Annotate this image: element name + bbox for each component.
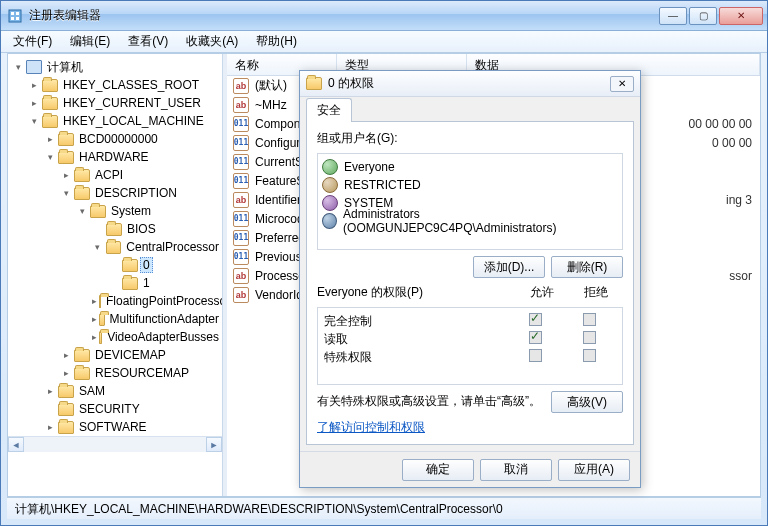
folder-icon	[122, 277, 138, 290]
add-button[interactable]: 添加(D)...	[473, 256, 545, 278]
tree-sam[interactable]: ▸SAM	[44, 382, 222, 400]
folder-icon	[74, 349, 90, 362]
deny-checkbox[interactable]	[583, 349, 596, 362]
deny-checkbox[interactable]	[583, 331, 596, 344]
allow-checkbox[interactable]	[529, 331, 542, 344]
tree-resourcemap[interactable]: ▸RESOURCEMAP	[60, 364, 222, 382]
tree-system[interactable]: ▾System	[76, 202, 222, 220]
user-row[interactable]: Everyone	[322, 158, 618, 176]
folder-icon	[58, 403, 74, 416]
tree-description[interactable]: ▾DESCRIPTION	[60, 184, 222, 202]
advanced-button[interactable]: 高级(V)	[551, 391, 623, 413]
tree-security[interactable]: SECURITY	[44, 400, 222, 418]
user-name: RESTRICTED	[344, 178, 421, 192]
tree-multifunction[interactable]: ▸MultifunctionAdapter	[92, 310, 222, 328]
user-icon	[322, 159, 338, 175]
computer-icon	[26, 60, 42, 74]
tree-hkcu[interactable]: ▸HKEY_CURRENT_USER	[28, 94, 222, 112]
user-icon	[322, 177, 338, 193]
ok-button[interactable]: 确定	[402, 459, 474, 481]
folder-icon	[122, 259, 138, 272]
tree-centralprocessor[interactable]: ▾CentralProcessor	[92, 238, 222, 256]
menu-edit[interactable]: 编辑(E)	[62, 31, 118, 52]
user-list[interactable]: EveryoneRESTRICTEDSYSTEMAdministrators (…	[317, 153, 623, 250]
close-button[interactable]: ✕	[719, 7, 763, 25]
group-users-label: 组或用户名(G):	[317, 130, 623, 147]
svg-rect-2	[16, 12, 19, 15]
advanced-hint: 有关特殊权限或高级设置，请单击“高级”。	[317, 394, 543, 410]
apply-button[interactable]: 应用(A)	[558, 459, 630, 481]
dialog-close-button[interactable]: ✕	[610, 76, 634, 92]
user-icon	[322, 213, 337, 229]
binary-value-icon: 011	[233, 230, 249, 246]
learn-link[interactable]: 了解访问控制和权限	[317, 420, 425, 434]
value-data: ssor	[729, 269, 760, 283]
folder-icon	[106, 241, 122, 254]
permissions-dialog: 0 的权限 ✕ 安全 组或用户名(G): EveryoneRESTRICTEDS…	[299, 70, 641, 488]
tree-root[interactable]: ▾计算机	[12, 58, 222, 76]
value-data: ing 3	[726, 193, 760, 207]
tree-pane[interactable]: ▾计算机 ▸HKEY_CLASSES_ROOT ▸HKEY_CURRENT_US…	[8, 54, 223, 496]
folder-icon	[74, 187, 90, 200]
user-name: Everyone	[344, 160, 395, 174]
folder-icon	[74, 169, 90, 182]
folder-icon	[58, 133, 74, 146]
tree-floatingpoint[interactable]: ▸FloatingPointProcessor	[92, 292, 222, 310]
string-value-icon: ab	[233, 268, 249, 284]
allow-checkbox[interactable]	[529, 313, 542, 326]
menu-favorites[interactable]: 收藏夹(A)	[178, 31, 246, 52]
tree-hscrollbar[interactable]: ◄►	[8, 436, 222, 452]
binary-value-icon: 011	[233, 154, 249, 170]
user-row[interactable]: RESTRICTED	[322, 176, 618, 194]
string-value-icon: ab	[233, 192, 249, 208]
tree-acpi[interactable]: ▸ACPI	[60, 166, 222, 184]
maximize-button[interactable]: ▢	[689, 7, 717, 25]
value-data: 0 00 00	[712, 136, 760, 150]
deny-header: 拒绝	[569, 284, 623, 301]
binary-value-icon: 011	[233, 211, 249, 227]
tree-software[interactable]: ▸SOFTWARE	[44, 418, 222, 436]
folder-icon	[99, 295, 101, 308]
menu-file[interactable]: 文件(F)	[5, 31, 60, 52]
menu-view[interactable]: 查看(V)	[120, 31, 176, 52]
menu-help[interactable]: 帮助(H)	[248, 31, 305, 52]
tab-page: 组或用户名(G): EveryoneRESTRICTEDSYSTEMAdmini…	[306, 121, 634, 445]
user-row[interactable]: Administrators (OOMGUNJEPC9C4PQ\Administ…	[322, 212, 618, 230]
titlebar[interactable]: 注册表编辑器 — ▢ ✕	[1, 1, 767, 31]
dialog-titlebar[interactable]: 0 的权限 ✕	[300, 71, 640, 97]
permission-row: 特殊权限	[324, 348, 616, 366]
value-data: 00 00 00 00	[689, 117, 760, 131]
tree-bcd[interactable]: ▸BCD00000000	[44, 130, 222, 148]
dialog-title: 0 的权限	[328, 75, 610, 92]
value-list-pane: 名称 类型 数据 ab(默认)ab~MHz011Component Inform…	[227, 54, 760, 496]
folder-icon	[42, 79, 58, 92]
minimize-button[interactable]: —	[659, 7, 687, 25]
binary-value-icon: 011	[233, 173, 249, 189]
permission-name: 读取	[324, 331, 508, 348]
status-bar: 计算机\HKEY_LOCAL_MACHINE\HARDWARE\DESCRIPT…	[7, 497, 761, 519]
tab-security[interactable]: 安全	[306, 98, 352, 122]
cancel-button[interactable]: 取消	[480, 459, 552, 481]
deny-checkbox[interactable]	[583, 313, 596, 326]
folder-icon	[58, 151, 74, 164]
tree-hardware[interactable]: ▾HARDWARE	[44, 148, 222, 166]
allow-checkbox[interactable]	[529, 349, 542, 362]
tree-bios[interactable]: BIOS	[92, 220, 222, 238]
tree-cpu-0[interactable]: 0	[108, 256, 222, 274]
remove-button[interactable]: 删除(R)	[551, 256, 623, 278]
app-icon	[7, 8, 23, 24]
tree-hklm[interactable]: ▾HKEY_LOCAL_MACHINE	[28, 112, 222, 130]
user-name: Administrators (OOMGUNJEPC9C4PQ\Administ…	[343, 207, 618, 235]
window-title: 注册表编辑器	[29, 7, 659, 24]
permissions-list: 完全控制读取特殊权限	[317, 307, 623, 385]
svg-rect-0	[9, 10, 21, 22]
tree-devicemap[interactable]: ▸DEVICEMAP	[60, 346, 222, 364]
menubar: 文件(F) 编辑(E) 查看(V) 收藏夹(A) 帮助(H)	[1, 31, 767, 53]
svg-rect-3	[11, 17, 14, 20]
tree-cpu-1[interactable]: 1	[108, 274, 222, 292]
permission-row: 读取	[324, 330, 616, 348]
string-value-icon: ab	[233, 97, 249, 113]
folder-icon	[58, 421, 74, 434]
tree-videoadapter[interactable]: ▸VideoAdapterBusses	[92, 328, 222, 346]
tree-hkcr[interactable]: ▸HKEY_CLASSES_ROOT	[28, 76, 222, 94]
